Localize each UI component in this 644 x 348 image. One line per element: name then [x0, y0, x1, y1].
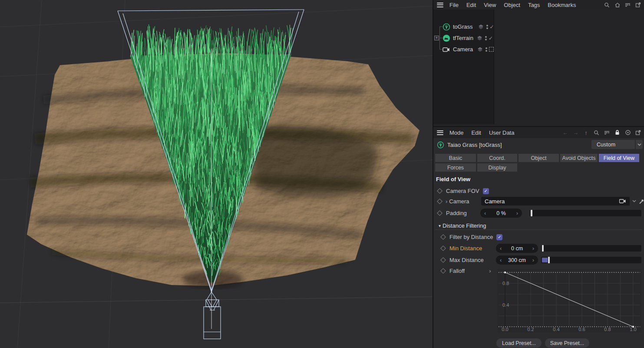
param-label: Max Distance: [449, 257, 484, 263]
object-tags-column: [494, 10, 644, 124]
expand-toggle[interactable]: +: [434, 36, 439, 40]
menu-view[interactable]: View: [480, 2, 500, 8]
camera-fov-checkbox[interactable]: ✓: [483, 188, 489, 194]
svg-text:1.0: 1.0: [630, 327, 636, 332]
forward-icon[interactable]: →: [572, 129, 579, 136]
menu-bookmarks[interactable]: Bookmarks: [544, 2, 580, 8]
enabled-check-icon[interactable]: ✓: [490, 24, 494, 30]
filter-by-distance-checkbox[interactable]: ✓: [496, 234, 502, 240]
enabled-check-icon[interactable]: ✓: [489, 35, 493, 41]
object-name[interactable]: Camera: [453, 46, 473, 53]
lock-icon[interactable]: [614, 129, 621, 136]
filter-icon[interactable]: [624, 2, 631, 8]
visibility-dots[interactable]: [486, 25, 488, 29]
attribute-manager-panel: Mode Edit User Data ← → ↑: [433, 126, 644, 348]
tree-line: [439, 49, 443, 50]
chevron-down-icon[interactable]: [632, 200, 636, 202]
back-icon[interactable]: ←: [562, 129, 568, 136]
menu-mode[interactable]: Mode: [446, 129, 468, 136]
open-panel-icon[interactable]: [635, 2, 641, 8]
keyframe-diamond-icon[interactable]: [437, 199, 443, 204]
menu-object[interactable]: Object: [500, 2, 524, 8]
increment-arrow[interactable]: ›: [516, 210, 518, 216]
expand-arrow-icon[interactable]: ›: [446, 198, 447, 205]
layers-icon[interactable]: [478, 24, 484, 30]
panel-menu-icon[interactable]: [437, 3, 443, 7]
min-distance-slider[interactable]: [541, 245, 641, 252]
viewport-3d[interactable]: [0, 0, 433, 348]
min-distance-value[interactable]: 0 cm: [511, 245, 523, 252]
object-row-tograss[interactable]: toGrass ✓: [443, 22, 494, 32]
falloff-curve-editor[interactable]: 0.00.20.40.60.81.00.80.4: [497, 269, 641, 332]
svg-text:0.4: 0.4: [502, 302, 509, 308]
filter-icon[interactable]: [604, 129, 610, 136]
target-icon[interactable]: [624, 129, 631, 136]
grass-object-icon: [437, 141, 444, 149]
keyframe-diamond-icon[interactable]: [437, 210, 443, 216]
keyframe-diamond-icon[interactable]: [440, 257, 446, 263]
terrain-object-icon[interactable]: [443, 34, 450, 42]
param-label: Filter by Distance: [449, 234, 493, 240]
menu-user-data[interactable]: User Data: [485, 129, 519, 136]
eyedropper-icon[interactable]: [639, 199, 644, 204]
save-preset-button[interactable]: Save Preset...: [545, 338, 589, 348]
keyframe-diamond-icon[interactable]: [440, 268, 446, 274]
increment-arrow[interactable]: ›: [532, 257, 534, 263]
layers-icon[interactable]: [477, 35, 482, 41]
max-distance-value[interactable]: 300 cm: [508, 257, 526, 263]
svg-text:0.0: 0.0: [502, 327, 508, 332]
max-distance-spinner[interactable]: ‹ 300 cm ›: [496, 255, 538, 265]
keyframe-diamond-icon[interactable]: [437, 188, 443, 194]
object-tree[interactable]: toGrass ✓ + tfTerrain ✓: [433, 10, 644, 124]
keyframe-diamond-icon[interactable]: [440, 245, 446, 251]
padding-slider[interactable]: [530, 210, 641, 216]
object-row-camera[interactable]: Camera: [443, 44, 494, 54]
tab-object[interactable]: Object: [519, 154, 559, 162]
padding-value[interactable]: 0 %: [496, 210, 506, 216]
tab-forces[interactable]: Forces: [435, 163, 476, 172]
up-icon[interactable]: ↑: [583, 129, 589, 136]
section-distance-filtering[interactable]: ▾ Distance Filtering: [435, 222, 642, 230]
menu-file[interactable]: File: [446, 2, 462, 8]
tab-avoid-objects[interactable]: Avoid Objects: [560, 154, 598, 162]
load-preset-button[interactable]: Load Preset...: [496, 338, 542, 348]
collapse-triangle-icon[interactable]: ▾: [439, 223, 441, 228]
max-distance-slider[interactable]: [541, 257, 641, 263]
panel-menu-icon[interactable]: [437, 130, 443, 135]
tab-display[interactable]: Display: [477, 163, 517, 172]
open-panel-icon[interactable]: [635, 129, 641, 136]
param-filter-by-distance: Filter by Distance ✓: [441, 233, 502, 241]
home-icon[interactable]: [614, 2, 621, 8]
selection-corners-icon[interactable]: [489, 47, 494, 52]
object-row-tfterrain[interactable]: tfTerrain ✓: [443, 33, 493, 43]
visibility-dots[interactable]: [485, 36, 487, 40]
menu-edit[interactable]: Edit: [462, 2, 480, 8]
tab-field-of-view[interactable]: Field of View: [599, 154, 639, 162]
camera-object-icon[interactable]: [443, 46, 450, 53]
decrement-arrow[interactable]: ‹: [500, 257, 502, 263]
search-icon[interactable]: [604, 2, 610, 8]
object-name[interactable]: tfTerrain: [453, 35, 473, 41]
object-name[interactable]: toGrass: [453, 23, 473, 30]
svg-text:0.8: 0.8: [502, 281, 509, 286]
grass-object-icon[interactable]: [443, 23, 450, 31]
chevron-down-icon[interactable]: [636, 140, 643, 149]
decrement-arrow[interactable]: ‹: [484, 210, 486, 216]
tab-basic[interactable]: Basic: [435, 154, 476, 162]
menu-tags[interactable]: Tags: [524, 2, 544, 8]
increment-arrow[interactable]: ›: [532, 245, 534, 252]
padding-spinner[interactable]: ‹ 0 % ›: [480, 209, 522, 218]
min-distance-spinner[interactable]: ‹ 0 cm ›: [496, 244, 538, 253]
tab-coord[interactable]: Coord.: [477, 154, 517, 162]
camera-glyph-icon: [619, 199, 626, 204]
layers-icon[interactable]: [477, 46, 483, 52]
visibility-dots[interactable]: [485, 47, 487, 52]
keyframe-diamond-icon[interactable]: [440, 234, 446, 240]
menu-edit[interactable]: Edit: [468, 129, 485, 136]
search-icon[interactable]: [593, 129, 600, 136]
preset-dropdown[interactable]: Custom: [591, 140, 635, 149]
camera-link-field[interactable]: Camera: [481, 197, 630, 205]
application-window: File Edit View Object Tags Bookmarks: [0, 0, 644, 348]
expand-arrow-icon[interactable]: ›: [489, 268, 491, 274]
decrement-arrow[interactable]: ‹: [500, 245, 502, 252]
